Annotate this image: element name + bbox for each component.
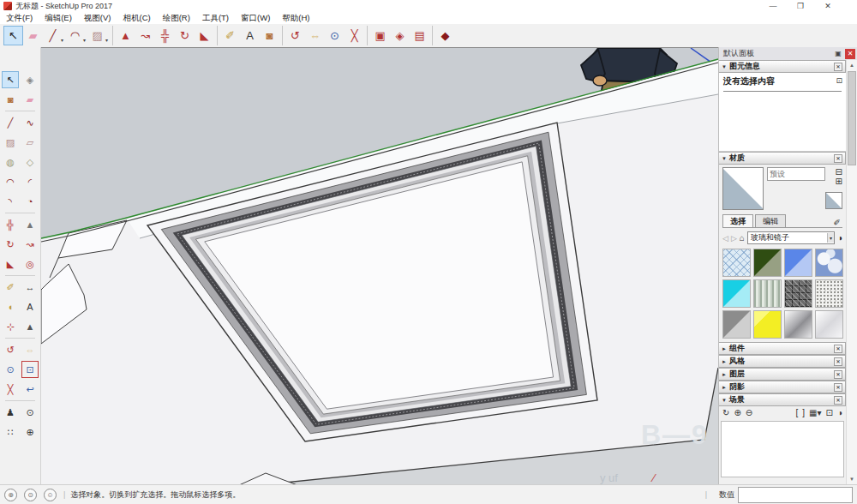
select-tool[interactable]: ↖ bbox=[2, 71, 19, 88]
zoom-extents-tool[interactable]: ╳ bbox=[345, 26, 364, 45]
move-tool[interactable]: ╬ bbox=[155, 26, 175, 45]
update-scene-icon[interactable]: ↻ bbox=[722, 406, 729, 420]
scenes-list[interactable] bbox=[721, 421, 844, 477]
navigation-tool[interactable]: ⊕ bbox=[21, 423, 39, 441]
credits-icon[interactable]: ⊙ bbox=[24, 489, 37, 501]
move-scene-left-icon[interactable]: [ bbox=[796, 406, 799, 420]
material-mirror-white[interactable] bbox=[815, 310, 843, 339]
material-category-dropdown[interactable]: 玻璃和镜子 ▾ bbox=[747, 231, 835, 244]
materials-close-icon[interactable]: ✕ bbox=[834, 154, 842, 163]
material-glass-yellow[interactable] bbox=[753, 310, 782, 339]
material-mirror-silver[interactable] bbox=[784, 310, 812, 339]
pan-tool[interactable]: ⇔ bbox=[305, 26, 325, 45]
material-glass-obscure-tile[interactable] bbox=[784, 279, 812, 308]
measurements-input[interactable] bbox=[738, 487, 853, 503]
dimension-tool[interactable]: ↔ bbox=[21, 279, 39, 296]
scenes-header[interactable]: ▼ 场景 ✕ bbox=[719, 393, 846, 406]
maximize-button[interactable]: ❐ bbox=[787, 0, 814, 12]
zoom-extents-tool[interactable]: ╳ bbox=[2, 381, 19, 398]
send-to-layout-icon[interactable]: ▤ bbox=[410, 26, 429, 45]
eraser-tool[interactable]: ▰ bbox=[21, 91, 39, 108]
chevron-down-icon[interactable]: ▾ bbox=[83, 37, 86, 43]
zoom-tool[interactable]: ⊙ bbox=[2, 361, 19, 378]
close-button[interactable]: ✕ bbox=[814, 0, 842, 12]
section-layers-close-icon[interactable]: ✕ bbox=[834, 370, 842, 379]
arc-tool[interactable]: ◠ bbox=[65, 26, 85, 45]
make-component-tool[interactable]: ◈ bbox=[21, 71, 39, 88]
two-point-arc-tool[interactable]: ◜ bbox=[21, 173, 39, 190]
position-camera-tool[interactable]: ♟ bbox=[2, 404, 19, 421]
forward-icon[interactable]: ▷ bbox=[731, 234, 737, 243]
chevron-down-icon[interactable]: ▾ bbox=[61, 37, 63, 43]
materials-header[interactable]: ▼ 材质 ✕ bbox=[719, 152, 846, 165]
paint-bucket-tool[interactable]: ◙ bbox=[2, 91, 19, 108]
push-pull-tool[interactable]: ▲ bbox=[21, 216, 39, 233]
line-tool[interactable]: ╱ bbox=[43, 26, 63, 45]
scenes-close-icon[interactable]: ✕ bbox=[834, 396, 842, 405]
get-models-icon[interactable]: ▣ bbox=[370, 26, 390, 45]
remove-scene-icon[interactable]: ⊖ bbox=[746, 406, 752, 420]
line-tool[interactable]: ╱ bbox=[2, 114, 19, 131]
viewport-canvas[interactable]: B—9 y uf ⁄ bbox=[41, 48, 718, 485]
section-styles-header[interactable]: ►风格✕ bbox=[719, 355, 846, 368]
section-components-header[interactable]: ►组件✕ bbox=[719, 342, 846, 355]
back-icon[interactable]: ◁ bbox=[722, 234, 728, 243]
section-shadows-close-icon[interactable]: ✕ bbox=[834, 383, 842, 392]
orbit-tool[interactable]: ↺ bbox=[2, 341, 19, 358]
3d-text-tool[interactable]: ▲ bbox=[21, 318, 39, 335]
move-tool[interactable]: ╬ bbox=[2, 216, 19, 233]
scale-tool[interactable]: ◣ bbox=[2, 255, 19, 273]
scrollbar-thumb[interactable] bbox=[848, 71, 856, 165]
material-glass-blue-lattice[interactable] bbox=[722, 249, 751, 277]
paint-bucket-tool[interactable]: ◙ bbox=[260, 26, 279, 45]
menu-tools[interactable]: 工具(T) bbox=[196, 13, 235, 24]
rotate-tool[interactable]: ↻ bbox=[175, 26, 195, 45]
follow-me-tool[interactable]: ↝ bbox=[21, 236, 39, 253]
home-icon[interactable]: ⌂ bbox=[740, 233, 745, 243]
material-glass-blue[interactable] bbox=[784, 249, 812, 277]
polygon-tool[interactable]: ◇ bbox=[21, 153, 39, 171]
select-tool[interactable]: ↖ bbox=[3, 26, 23, 45]
zoom-window-tool[interactable]: ⊡ bbox=[21, 361, 39, 378]
section-shadows-header[interactable]: ►阴影✕ bbox=[719, 381, 846, 393]
rotated-rectangle-tool[interactable]: ▱ bbox=[21, 134, 39, 151]
menu-file[interactable]: 文件(F) bbox=[0, 13, 39, 24]
geolocation-icon[interactable]: ⊕ bbox=[4, 489, 17, 501]
circle-tool[interactable]: ◍ bbox=[2, 153, 19, 171]
entity-info-header[interactable]: ▼ 图元信息 ✕ bbox=[719, 60, 846, 73]
extension-warehouse-icon[interactable]: ◆ bbox=[435, 26, 455, 45]
section-styles-close-icon[interactable]: ✕ bbox=[834, 357, 842, 366]
section-layers-header[interactable]: ►图层✕ bbox=[719, 368, 846, 381]
minimize-button[interactable]: — bbox=[759, 0, 787, 12]
scroll-up-icon[interactable]: ▲ bbox=[847, 60, 857, 70]
rotate-tool[interactable]: ↻ bbox=[2, 236, 19, 253]
walk-tool[interactable]: ∷ bbox=[2, 423, 19, 441]
freehand-tool[interactable]: ∿ bbox=[21, 114, 39, 131]
tape-measure-tool[interactable]: ✐ bbox=[2, 279, 19, 296]
panel-scrollbar[interactable]: ▲ ▼ bbox=[846, 60, 857, 484]
sample-paint-icon[interactable]: ✐ bbox=[834, 218, 842, 227]
create-material-icon[interactable]: ⊞ bbox=[836, 177, 842, 186]
material-name-input[interactable] bbox=[767, 167, 825, 181]
material-glass-frosted-speckle[interactable] bbox=[815, 279, 843, 308]
set-default-material-swatch[interactable] bbox=[825, 192, 842, 209]
eraser-tool[interactable]: ▰ bbox=[23, 26, 43, 45]
pin-icon[interactable]: ▣ bbox=[833, 50, 843, 57]
orbit-tool[interactable]: ↺ bbox=[285, 26, 305, 45]
arc-tool[interactable]: ◠ bbox=[2, 173, 19, 190]
menu-help[interactable]: 帮助(H) bbox=[276, 13, 315, 24]
chevron-down-icon[interactable]: ▾ bbox=[105, 37, 108, 43]
axes-tool[interactable]: ⊹ bbox=[2, 318, 19, 335]
text-tool[interactable]: A bbox=[21, 298, 39, 315]
show-secondary-pane-icon[interactable]: ◑ bbox=[837, 406, 842, 420]
zoom-previous-tool[interactable]: ↩ bbox=[21, 381, 39, 398]
menu-draw[interactable]: 绘图(R) bbox=[157, 13, 196, 24]
pan-tool[interactable]: ⇔ bbox=[21, 341, 39, 358]
entity-info-close-icon[interactable]: ✕ bbox=[834, 63, 842, 71]
material-glass-sky-reflection[interactable] bbox=[815, 249, 843, 277]
section-components-close-icon[interactable]: ✕ bbox=[834, 345, 842, 353]
tray-close-button[interactable]: ✕ bbox=[845, 49, 855, 59]
material-glass-ribbed[interactable] bbox=[753, 279, 782, 308]
menu-edit[interactable]: 编辑(E) bbox=[39, 13, 78, 24]
account-icon[interactable]: ☺ bbox=[44, 489, 57, 501]
